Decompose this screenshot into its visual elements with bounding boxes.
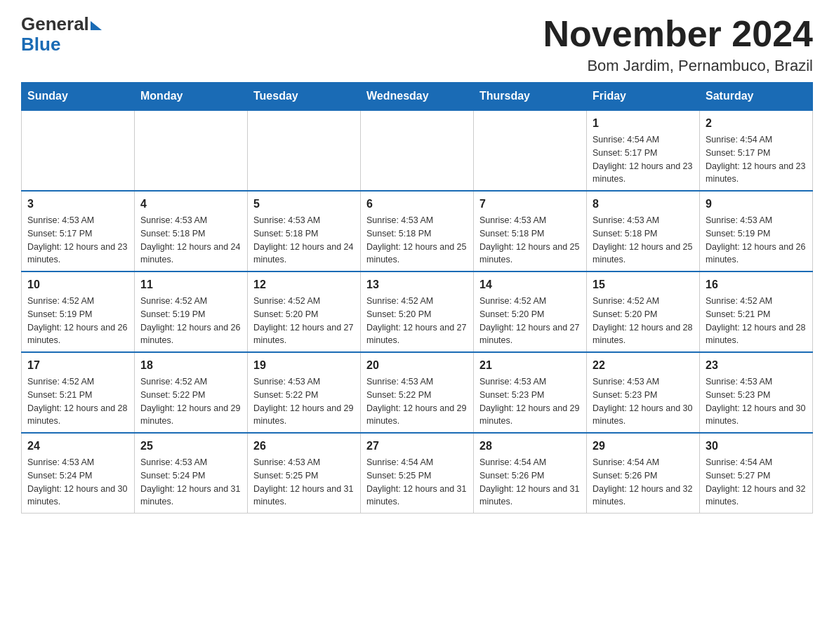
day-info: Sunrise: 4:52 AMSunset: 5:19 PMDaylight:…: [27, 296, 127, 345]
day-number: 19: [253, 357, 355, 374]
day-info: Sunrise: 4:54 AMSunset: 5:17 PMDaylight:…: [706, 135, 805, 184]
day-number: 3: [27, 196, 128, 213]
day-number: 8: [593, 196, 694, 213]
calendar-cell-w5-d4: 28Sunrise: 4:54 AMSunset: 5:26 PMDayligh…: [474, 433, 587, 514]
calendar-cell-w1-d3: [361, 110, 474, 191]
day-info: Sunrise: 4:53 AMSunset: 5:18 PMDaylight:…: [593, 215, 692, 264]
calendar-cell-w3-d0: 10Sunrise: 4:52 AMSunset: 5:19 PMDayligh…: [22, 271, 135, 352]
day-number: 5: [253, 196, 355, 213]
calendar-cell-w3-d3: 13Sunrise: 4:52 AMSunset: 5:20 PMDayligh…: [361, 271, 474, 352]
calendar-cell-w4-d1: 18Sunrise: 4:52 AMSunset: 5:22 PMDayligh…: [135, 352, 248, 433]
title-block: November 2024 Bom Jardim, Pernambuco, Br…: [543, 14, 813, 75]
day-info: Sunrise: 4:52 AMSunset: 5:19 PMDaylight:…: [140, 296, 240, 345]
calendar-cell-w4-d2: 19Sunrise: 4:53 AMSunset: 5:22 PMDayligh…: [248, 352, 361, 433]
calendar-cell-w4-d3: 20Sunrise: 4:53 AMSunset: 5:22 PMDayligh…: [361, 352, 474, 433]
day-info: Sunrise: 4:52 AMSunset: 5:20 PMDaylight:…: [593, 296, 692, 345]
calendar-cell-w2-d0: 3Sunrise: 4:53 AMSunset: 5:17 PMDaylight…: [22, 191, 135, 271]
day-info: Sunrise: 4:54 AMSunset: 5:25 PMDaylight:…: [366, 457, 466, 507]
calendar-week-4: 17Sunrise: 4:52 AMSunset: 5:21 PMDayligh…: [22, 352, 813, 433]
day-info: Sunrise: 4:54 AMSunset: 5:26 PMDaylight:…: [479, 457, 579, 507]
calendar-cell-w2-d2: 5Sunrise: 4:53 AMSunset: 5:18 PMDaylight…: [248, 191, 361, 271]
day-number: 16: [706, 276, 807, 293]
day-number: 24: [27, 438, 128, 455]
day-number: 22: [593, 357, 694, 374]
day-info: Sunrise: 4:53 AMSunset: 5:19 PMDaylight:…: [706, 215, 805, 264]
day-info: Sunrise: 4:54 AMSunset: 5:26 PMDaylight:…: [593, 457, 692, 507]
day-number: 10: [27, 276, 128, 293]
header-friday: Friday: [587, 83, 700, 111]
day-number: 2: [706, 115, 807, 132]
calendar-cell-w5-d6: 30Sunrise: 4:54 AMSunset: 5:27 PMDayligh…: [700, 433, 813, 514]
day-info: Sunrise: 4:52 AMSunset: 5:22 PMDaylight:…: [140, 377, 240, 426]
day-info: Sunrise: 4:53 AMSunset: 5:22 PMDaylight:…: [366, 377, 466, 426]
day-number: 15: [593, 276, 694, 293]
logo-blue-text: Blue: [21, 34, 60, 55]
calendar-cell-w5-d1: 25Sunrise: 4:53 AMSunset: 5:24 PMDayligh…: [135, 433, 248, 514]
day-number: 7: [479, 196, 581, 213]
day-info: Sunrise: 4:53 AMSunset: 5:18 PMDaylight:…: [253, 215, 353, 264]
day-number: 4: [140, 196, 241, 213]
day-info: Sunrise: 4:53 AMSunset: 5:24 PMDaylight:…: [140, 457, 240, 507]
day-number: 17: [27, 357, 128, 374]
day-info: Sunrise: 4:53 AMSunset: 5:23 PMDaylight:…: [706, 377, 805, 426]
calendar-cell-w3-d5: 15Sunrise: 4:52 AMSunset: 5:20 PMDayligh…: [587, 271, 700, 352]
calendar-cell-w2-d4: 7Sunrise: 4:53 AMSunset: 5:18 PMDaylight…: [474, 191, 587, 271]
day-number: 18: [140, 357, 241, 374]
day-number: 21: [479, 357, 581, 374]
page-title: November 2024: [543, 14, 813, 54]
header-saturday: Saturday: [700, 83, 813, 111]
calendar-week-1: 1Sunrise: 4:54 AMSunset: 5:17 PMDaylight…: [22, 110, 813, 191]
calendar-cell-w1-d6: 2Sunrise: 4:54 AMSunset: 5:17 PMDaylight…: [700, 110, 813, 191]
calendar-cell-w5-d3: 27Sunrise: 4:54 AMSunset: 5:25 PMDayligh…: [361, 433, 474, 514]
calendar-cell-w2-d3: 6Sunrise: 4:53 AMSunset: 5:18 PMDaylight…: [361, 191, 474, 271]
day-number: 29: [593, 438, 694, 455]
day-info: Sunrise: 4:52 AMSunset: 5:21 PMDaylight:…: [27, 377, 127, 426]
day-number: 13: [366, 276, 468, 293]
logo: General Blue: [21, 14, 102, 54]
day-info: Sunrise: 4:53 AMSunset: 5:18 PMDaylight:…: [479, 215, 579, 264]
day-number: 11: [140, 276, 241, 293]
calendar-week-5: 24Sunrise: 4:53 AMSunset: 5:24 PMDayligh…: [22, 433, 813, 514]
calendar-cell-w3-d1: 11Sunrise: 4:52 AMSunset: 5:19 PMDayligh…: [135, 271, 248, 352]
calendar-cell-w4-d4: 21Sunrise: 4:53 AMSunset: 5:23 PMDayligh…: [474, 352, 587, 433]
calendar-week-2: 3Sunrise: 4:53 AMSunset: 5:17 PMDaylight…: [22, 191, 813, 271]
calendar-cell-w1-d1: [135, 110, 248, 191]
calendar-cell-w1-d5: 1Sunrise: 4:54 AMSunset: 5:17 PMDaylight…: [587, 110, 700, 191]
calendar-cell-w1-d2: [248, 110, 361, 191]
calendar-cell-w5-d5: 29Sunrise: 4:54 AMSunset: 5:26 PMDayligh…: [587, 433, 700, 514]
calendar-week-3: 10Sunrise: 4:52 AMSunset: 5:19 PMDayligh…: [22, 271, 813, 352]
day-number: 30: [706, 438, 807, 455]
calendar-cell-w3-d2: 12Sunrise: 4:52 AMSunset: 5:20 PMDayligh…: [248, 271, 361, 352]
day-number: 6: [366, 196, 468, 213]
day-info: Sunrise: 4:53 AMSunset: 5:18 PMDaylight:…: [366, 215, 466, 264]
day-number: 28: [479, 438, 581, 455]
day-info: Sunrise: 4:53 AMSunset: 5:23 PMDaylight:…: [479, 377, 579, 426]
calendar-cell-w2-d1: 4Sunrise: 4:53 AMSunset: 5:18 PMDaylight…: [135, 191, 248, 271]
calendar-cell-w5-d2: 26Sunrise: 4:53 AMSunset: 5:25 PMDayligh…: [248, 433, 361, 514]
day-info: Sunrise: 4:53 AMSunset: 5:17 PMDaylight:…: [27, 215, 127, 264]
day-info: Sunrise: 4:53 AMSunset: 5:25 PMDaylight:…: [253, 457, 353, 507]
day-number: 23: [706, 357, 807, 374]
day-info: Sunrise: 4:52 AMSunset: 5:20 PMDaylight:…: [479, 296, 579, 345]
day-info: Sunrise: 4:52 AMSunset: 5:20 PMDaylight:…: [253, 296, 353, 345]
day-info: Sunrise: 4:53 AMSunset: 5:23 PMDaylight:…: [593, 377, 692, 426]
day-number: 12: [253, 276, 355, 293]
day-info: Sunrise: 4:54 AMSunset: 5:27 PMDaylight:…: [706, 457, 805, 507]
calendar-cell-w4-d0: 17Sunrise: 4:52 AMSunset: 5:21 PMDayligh…: [22, 352, 135, 433]
page-subtitle: Bom Jardim, Pernambuco, Brazil: [543, 57, 813, 75]
calendar-cell-w2-d5: 8Sunrise: 4:53 AMSunset: 5:18 PMDaylight…: [587, 191, 700, 271]
calendar-cell-w1-d0: [22, 110, 135, 191]
calendar-cell-w1-d4: [474, 110, 587, 191]
day-number: 27: [366, 438, 468, 455]
calendar-cell-w4-d5: 22Sunrise: 4:53 AMSunset: 5:23 PMDayligh…: [587, 352, 700, 433]
header-thursday: Thursday: [474, 83, 587, 111]
calendar-cell-w4-d6: 23Sunrise: 4:53 AMSunset: 5:23 PMDayligh…: [700, 352, 813, 433]
calendar-cell-w2-d6: 9Sunrise: 4:53 AMSunset: 5:19 PMDaylight…: [700, 191, 813, 271]
calendar-header: Sunday Monday Tuesday Wednesday Thursday…: [22, 83, 813, 111]
day-number: 26: [253, 438, 355, 455]
weekday-header-row: Sunday Monday Tuesday Wednesday Thursday…: [22, 83, 813, 111]
logo-arrow-icon: [91, 21, 102, 30]
day-info: Sunrise: 4:53 AMSunset: 5:24 PMDaylight:…: [27, 457, 127, 507]
day-number: 20: [366, 357, 468, 374]
calendar-cell-w3-d6: 16Sunrise: 4:52 AMSunset: 5:21 PMDayligh…: [700, 271, 813, 352]
